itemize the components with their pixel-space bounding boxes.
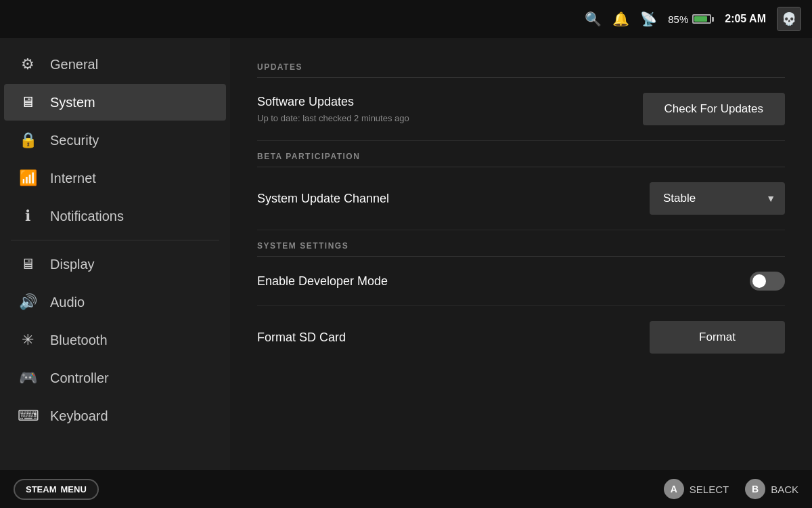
notification-icon[interactable]: 🔔 (612, 11, 629, 27)
sidebar-item-label: Internet (50, 171, 96, 186)
sidebar-item-label: Notifications (50, 209, 124, 224)
bottom-controls: A SELECT B BACK (664, 479, 798, 499)
battery-icon (692, 14, 714, 24)
search-icon[interactable]: 🔍 (585, 11, 602, 27)
topbar: 🔍 🔔 📡 85% 2:05 AM 💀 (0, 0, 812, 38)
updates-section-header: UPDATES (257, 51, 785, 77)
software-updates-row: Software Updates Up to date: last checke… (257, 78, 785, 141)
controller-icon: 🎮 (18, 369, 38, 387)
main-content: UPDATES Software Updates Up to date: las… (230, 38, 812, 470)
back-label: BACK (771, 484, 798, 495)
software-updates-sublabel: Up to date: last checked 2 minutes ago (257, 113, 409, 123)
sidebar-item-internet[interactable]: 📶 Internet (4, 160, 226, 196)
sidebar-item-security[interactable]: 🔒 Security (4, 122, 226, 158)
sidebar-item-audio[interactable]: 🔊 Audio (4, 284, 226, 320)
toggle-knob (752, 274, 766, 288)
steam-menu-button[interactable]: STEAM MENU (14, 479, 99, 500)
update-channel-label: System Update Channel (257, 192, 389, 206)
sidebar-item-notifications[interactable]: ℹ Notifications (4, 198, 226, 234)
system-settings-section-header: SYSTEM SETTINGS (257, 230, 785, 256)
menu-label: MENU (61, 484, 87, 494)
back-control: B BACK (745, 479, 798, 499)
sidebar-item-label: Controller (50, 371, 109, 386)
channel-select-wrapper: Stable ▼ (650, 182, 785, 215)
beta-section-header: BETA PARTICIPATION (257, 141, 785, 167)
dev-mode-left: Enable Developer Mode (257, 274, 388, 289)
select-control: A SELECT (664, 479, 729, 499)
info-icon: ℹ (18, 207, 38, 225)
dev-mode-toggle[interactable] (750, 272, 785, 291)
lock-icon: 🔒 (18, 131, 38, 149)
sidebar-item-label: Keyboard (50, 408, 108, 424)
monitor-icon: 🖥 (18, 93, 38, 111)
steam-label: STEAM (26, 484, 57, 494)
channel-select-button[interactable]: Stable (650, 182, 785, 215)
sidebar-item-label: System (50, 95, 95, 110)
sidebar-item-bluetooth[interactable]: ✳ Bluetooth (4, 322, 226, 358)
a-badge: A (664, 479, 684, 499)
b-badge: B (745, 479, 765, 499)
format-sd-row: Format SD Card Format (257, 306, 785, 368)
format-sd-left: Format SD Card (257, 331, 346, 345)
sidebar-item-display[interactable]: 🖥 Display (4, 246, 226, 282)
sidebar: ⚙ General 🖥 System 🔒 Security 📶 Internet… (0, 38, 230, 470)
rss-icon: 📡 (640, 11, 657, 27)
sidebar-item-keyboard[interactable]: ⌨ Keyboard (4, 398, 226, 434)
keyboard-icon: ⌨ (18, 407, 38, 425)
sidebar-item-label: Security (50, 133, 99, 148)
dev-mode-label: Enable Developer Mode (257, 274, 388, 289)
gear-icon: ⚙ (18, 56, 38, 73)
sidebar-item-label: Display (50, 257, 95, 272)
sidebar-item-system[interactable]: 🖥 System (4, 84, 226, 121)
bluetooth-icon: ✳ (18, 331, 38, 349)
check-for-updates-button[interactable]: Check For Updates (643, 93, 785, 125)
wifi-icon: 📶 (18, 169, 38, 187)
battery-percent: 85% (668, 14, 688, 25)
select-label: SELECT (690, 484, 729, 495)
main-layout: ⚙ General 🖥 System 🔒 Security 📶 Internet… (0, 38, 812, 470)
audio-icon: 🔊 (18, 293, 38, 311)
format-button[interactable]: Format (650, 321, 785, 354)
battery-indicator: 85% (668, 14, 714, 25)
sidebar-divider (11, 240, 219, 240)
sidebar-item-label: Bluetooth (50, 333, 108, 348)
bottombar: STEAM MENU A SELECT B BACK (0, 470, 812, 508)
clock: 2:05 AM (725, 13, 766, 25)
update-channel-row: System Update Channel Stable ▼ (257, 167, 785, 230)
avatar[interactable]: 💀 (777, 7, 801, 31)
sidebar-item-general[interactable]: ⚙ General (4, 46, 226, 83)
display-icon: 🖥 (18, 255, 38, 273)
software-updates-label: Software Updates (257, 95, 409, 109)
dev-mode-row: Enable Developer Mode (257, 257, 785, 306)
sidebar-item-label: General (50, 57, 98, 72)
sidebar-item-label: Audio (50, 295, 85, 310)
update-channel-left: System Update Channel (257, 192, 389, 206)
sidebar-item-controller[interactable]: 🎮 Controller (4, 360, 226, 396)
format-sd-label: Format SD Card (257, 331, 346, 345)
software-updates-left: Software Updates Up to date: last checke… (257, 95, 409, 123)
